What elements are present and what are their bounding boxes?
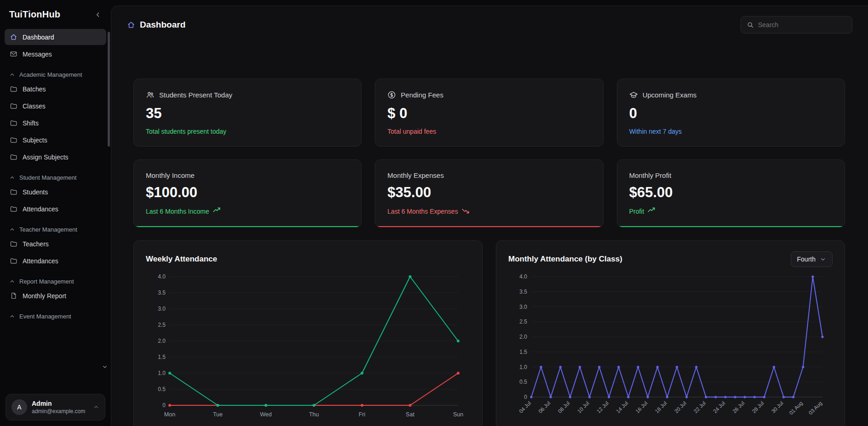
trend-up-icon bbox=[213, 206, 221, 216]
finance-card-profit: Monthly Profit $65.00 Profit bbox=[617, 159, 845, 227]
svg-text:10 Jul: 10 Jul bbox=[576, 400, 590, 414]
svg-text:06 Jul: 06 Jul bbox=[537, 400, 551, 414]
svg-text:Fri: Fri bbox=[359, 411, 366, 418]
sidebar-item-shifts[interactable]: Shifts bbox=[5, 115, 106, 131]
sidebar-group-label: Report Management bbox=[19, 278, 74, 285]
stat-value: 0 bbox=[629, 105, 833, 122]
svg-text:28 Jul: 28 Jul bbox=[751, 400, 765, 414]
sidebar-nav: DashboardMessagesAcademic ManagementBatc… bbox=[0, 26, 111, 389]
svg-text:4.0: 4.0 bbox=[158, 273, 166, 280]
users-icon bbox=[146, 91, 155, 99]
sidebar-item-label: Classes bbox=[23, 102, 46, 110]
finance-value: $35.00 bbox=[387, 184, 591, 201]
search-input[interactable] bbox=[758, 21, 846, 28]
sidebar-item-label: Students bbox=[23, 188, 48, 196]
sidebar-item-messages[interactable]: Messages bbox=[5, 46, 106, 62]
app-logo: TuiTionHub bbox=[9, 9, 60, 20]
sidebar-item-label: Monthly Report bbox=[23, 292, 66, 300]
folder-icon bbox=[10, 240, 17, 248]
svg-text:Thu: Thu bbox=[309, 411, 319, 418]
svg-text:Tue: Tue bbox=[213, 411, 223, 418]
svg-text:1.0: 1.0 bbox=[158, 370, 166, 376]
sidebar-item-batches[interactable]: Batches bbox=[5, 81, 106, 97]
stat-value: $ 0 bbox=[387, 105, 591, 122]
file-icon bbox=[10, 292, 17, 300]
stat-card-pending-fees: Pending Fees $ 0 Total unpaid fees bbox=[375, 79, 603, 147]
chevronUp-icon bbox=[9, 72, 15, 78]
finance-card-income: Monthly Income $100.00 Last 6 Months Inc… bbox=[133, 159, 362, 227]
finance-subtitle: Last 6 Months Income bbox=[146, 206, 349, 216]
accent-line bbox=[134, 226, 361, 227]
sidebar-item-assign-subjects[interactable]: Assign Subjects bbox=[5, 149, 106, 165]
sidebar-group-report-management[interactable]: Report Management bbox=[9, 278, 104, 285]
monthly-attendance-chart: 00.51.01.52.02.53.03.54.004 Jul06 Jul08 … bbox=[508, 269, 833, 426]
svg-text:26 Jul: 26 Jul bbox=[731, 400, 745, 414]
search-icon bbox=[747, 21, 754, 28]
svg-text:04 Jul: 04 Jul bbox=[518, 400, 532, 414]
graduation-cap-icon bbox=[629, 91, 638, 99]
finance-label: Monthly Profit bbox=[629, 171, 833, 179]
chevron-down-icon bbox=[820, 256, 826, 262]
finance-subtitle: Last 6 Months Expenses bbox=[387, 206, 591, 216]
chart-header: Weekly Attendance bbox=[146, 251, 470, 267]
svg-text:0.5: 0.5 bbox=[519, 379, 527, 385]
stat-subtitle: Total students present today bbox=[146, 128, 349, 135]
trend-down-icon bbox=[461, 206, 470, 216]
user-name: Admin bbox=[32, 400, 88, 407]
svg-text:24 Jul: 24 Jul bbox=[712, 400, 726, 414]
monthly-attendance-card: Monthly Attendance (by Class) Fourth 00.… bbox=[496, 240, 845, 426]
chart-title: Monthly Attendance (by Class) bbox=[508, 255, 622, 264]
finance-value: $100.00 bbox=[146, 184, 349, 201]
mail-icon bbox=[10, 50, 17, 58]
sidebar-scrollbar-thumb[interactable] bbox=[108, 32, 110, 147]
sidebar: TuiTionHub DashboardMessagesAcademic Man… bbox=[0, 0, 111, 426]
sidebar-header: TuiTionHub bbox=[0, 0, 111, 26]
sidebar-group-label: Event Management bbox=[19, 313, 71, 320]
dollar-circle-icon bbox=[387, 91, 396, 99]
sidebar-item-attendances[interactable]: Attendances bbox=[5, 253, 106, 269]
sidebar-item-label: Attendances bbox=[23, 257, 58, 265]
sidebar-item-students[interactable]: Students bbox=[5, 184, 106, 200]
svg-text:14 Jul: 14 Jul bbox=[615, 400, 629, 414]
sidebar-item-label: Shifts bbox=[23, 119, 39, 127]
chevronUp-icon bbox=[9, 175, 15, 181]
svg-text:3.5: 3.5 bbox=[519, 289, 527, 295]
scroll-down-icon bbox=[102, 364, 108, 372]
home-icon bbox=[127, 21, 135, 29]
sidebar-item-label: Batches bbox=[23, 85, 46, 93]
avatar: A bbox=[11, 399, 27, 415]
stat-label: Upcoming Exams bbox=[643, 91, 697, 99]
sidebar-group-teacher-management[interactable]: Teacher Management bbox=[9, 226, 104, 233]
finance-label: Monthly Expenses bbox=[387, 171, 591, 179]
user-card[interactable]: A Admin admin@example.com bbox=[6, 394, 105, 420]
sidebar-item-monthly-report[interactable]: Monthly Report bbox=[5, 288, 106, 304]
stats-row: Students Present Today 35 Total students… bbox=[133, 79, 845, 147]
stat-label: Students Present Today bbox=[159, 91, 232, 99]
sidebar-item-classes[interactable]: Classes bbox=[5, 98, 106, 114]
sidebar-item-subjects[interactable]: Subjects bbox=[5, 132, 106, 148]
user-meta: Admin admin@example.com bbox=[32, 400, 88, 415]
class-select-value: Fourth bbox=[797, 256, 816, 263]
svg-text:30 Jul: 30 Jul bbox=[770, 400, 784, 414]
folder-icon bbox=[10, 257, 17, 265]
search-box[interactable] bbox=[741, 16, 852, 34]
sidebar-group-academic-management[interactable]: Academic Management bbox=[9, 71, 104, 78]
svg-text:2.5: 2.5 bbox=[158, 322, 166, 328]
user-email: admin@example.com bbox=[32, 408, 88, 415]
sidebar-group-student-management[interactable]: Student Management bbox=[9, 174, 104, 181]
svg-text:1.5: 1.5 bbox=[158, 354, 166, 360]
chevron-left-icon bbox=[94, 11, 102, 18]
weekly-attendance-chart: 00.51.01.52.02.53.03.54.0MonTueWedThuFri… bbox=[146, 269, 470, 426]
accent-line bbox=[375, 226, 603, 227]
sidebar-group-event-management[interactable]: Event Management bbox=[9, 313, 104, 320]
svg-text:2.5: 2.5 bbox=[519, 318, 527, 325]
class-select[interactable]: Fourth bbox=[791, 251, 833, 267]
sidebar-item-dashboard[interactable]: Dashboard bbox=[5, 29, 106, 45]
svg-text:03 Aug: 03 Aug bbox=[808, 400, 823, 416]
stat-top: Upcoming Exams bbox=[629, 91, 833, 99]
sidebar-item-teachers[interactable]: Teachers bbox=[5, 236, 106, 252]
sidebar-collapse-button[interactable] bbox=[93, 10, 103, 19]
svg-text:0: 0 bbox=[162, 402, 166, 409]
sidebar-item-attendances[interactable]: Attendances bbox=[5, 201, 106, 217]
sidebar-item-label: Teachers bbox=[23, 240, 49, 248]
